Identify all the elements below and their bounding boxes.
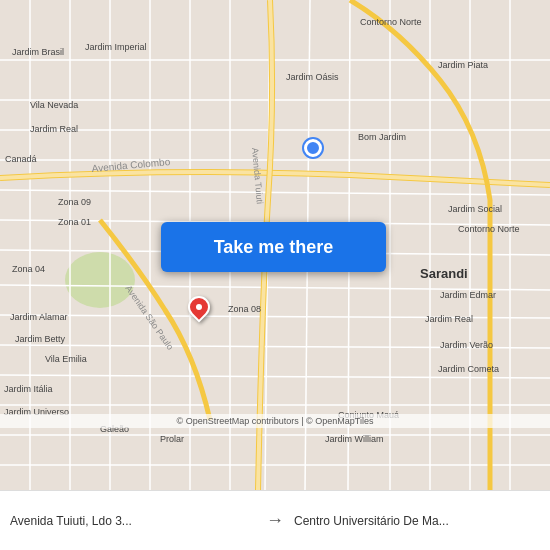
svg-text:Jardim Piata: Jardim Piata <box>438 60 488 70</box>
map-container: Contorno Norte Jardim Piata Jardim Oásis… <box>0 0 550 490</box>
bottom-bar: Avenida Tuiuti, Ldo 3... → Centro Univer… <box>0 490 550 550</box>
svg-text:Prolar: Prolar <box>160 434 184 444</box>
svg-text:Vila Emilia: Vila Emilia <box>45 354 87 364</box>
svg-text:Jardim Cometa: Jardim Cometa <box>438 364 499 374</box>
svg-point-1 <box>65 252 135 308</box>
svg-text:Sarandi: Sarandi <box>420 266 468 281</box>
take-me-there-button[interactable]: Take me there <box>161 222 386 272</box>
svg-text:Jardim Oásis: Jardim Oásis <box>286 72 339 82</box>
svg-text:Zona 09: Zona 09 <box>58 197 91 207</box>
svg-text:Jardim Betty: Jardim Betty <box>15 334 66 344</box>
svg-text:Jardim Edmar: Jardim Edmar <box>440 290 496 300</box>
svg-text:Jardim Itália: Jardim Itália <box>4 384 53 394</box>
svg-text:Jardim Imperial: Jardim Imperial <box>85 42 147 52</box>
svg-text:Zona 01: Zona 01 <box>58 217 91 227</box>
svg-text:Zona 04: Zona 04 <box>12 264 45 274</box>
route-arrow: → <box>266 510 284 531</box>
svg-text:Jardim Social: Jardim Social <box>448 204 502 214</box>
svg-text:Zona 08: Zona 08 <box>228 304 261 314</box>
svg-text:Contorno Norte: Contorno Norte <box>458 224 520 234</box>
svg-text:Canadá: Canadá <box>5 154 37 164</box>
svg-text:Bom Jardim: Bom Jardim <box>358 132 406 142</box>
route-from: Avenida Tuiuti, Ldo 3... <box>10 514 256 528</box>
svg-text:Contorno Norte: Contorno Norte <box>360 17 422 27</box>
map-attribution: © OpenStreetMap contributors | © OpenMap… <box>0 414 550 428</box>
svg-text:Jardim Real: Jardim Real <box>425 314 473 324</box>
svg-text:Jardim Verão: Jardim Verão <box>440 340 493 350</box>
route-to-value: Centro Universitário De Ma... <box>294 514 540 528</box>
svg-text:Vila Nevada: Vila Nevada <box>30 100 78 110</box>
svg-text:Jardim Real: Jardim Real <box>30 124 78 134</box>
destination-marker <box>188 296 210 322</box>
svg-text:Jardim Brasil: Jardim Brasil <box>12 47 64 57</box>
svg-text:Jardim Alamar: Jardim Alamar <box>10 312 68 322</box>
svg-text:Jardim William: Jardim William <box>325 434 384 444</box>
route-from-value: Avenida Tuiuti, Ldo 3... <box>10 514 256 528</box>
current-location-marker <box>304 139 322 157</box>
route-to: Centro Universitário De Ma... <box>294 514 540 528</box>
